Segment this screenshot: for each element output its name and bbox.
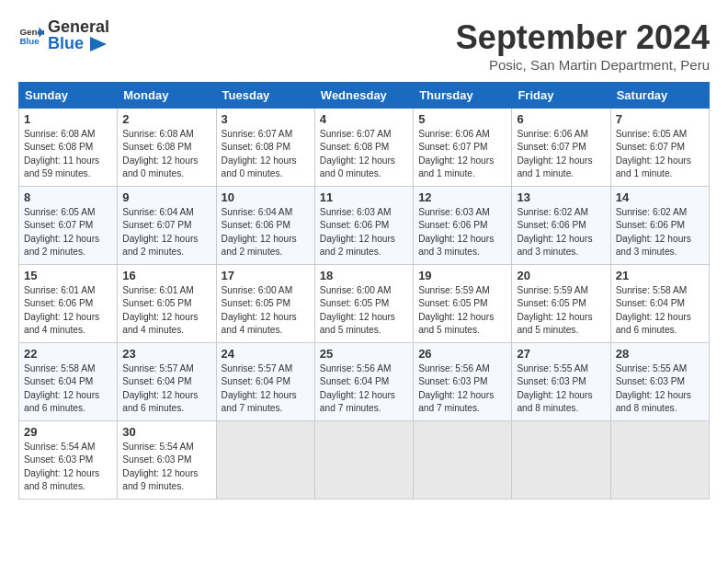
day-number: 22 [24, 347, 112, 361]
calendar-cell: 9Sunrise: 6:04 AM Sunset: 6:07 PM Daylig… [118, 187, 216, 265]
day-number: 6 [517, 112, 605, 126]
calendar-cell: 25Sunrise: 5:56 AM Sunset: 6:04 PM Dayli… [314, 343, 413, 421]
calendar-cell: 21Sunrise: 5:58 AM Sunset: 6:04 PM Dayli… [610, 265, 709, 343]
calendar-cell: 15Sunrise: 6:01 AM Sunset: 6:06 PM Dayli… [19, 265, 118, 343]
day-info: Sunrise: 6:01 AM Sunset: 6:05 PM Dayligh… [122, 284, 210, 337]
dow-header-thursday: Thursday [414, 83, 512, 109]
day-info: Sunrise: 5:56 AM Sunset: 6:03 PM Dayligh… [418, 362, 506, 415]
day-number: 29 [24, 425, 112, 439]
day-info: Sunrise: 5:54 AM Sunset: 6:03 PM Dayligh… [122, 441, 210, 493]
day-number: 28 [616, 347, 704, 361]
day-info: Sunrise: 5:59 AM Sunset: 6:05 PM Dayligh… [418, 284, 506, 337]
day-info: Sunrise: 6:00 AM Sunset: 6:05 PM Dayligh… [222, 284, 310, 337]
title-area: September 2024 Posic, San Martin Departm… [456, 18, 710, 73]
day-info: Sunrise: 6:03 AM Sunset: 6:06 PM Dayligh… [418, 206, 506, 259]
calendar-cell: 18Sunrise: 6:00 AM Sunset: 6:05 PM Dayli… [314, 265, 413, 343]
calendar-cell: 10Sunrise: 6:04 AM Sunset: 6:06 PM Dayli… [216, 187, 314, 265]
day-number: 8 [24, 190, 112, 204]
calendar-cell: 11Sunrise: 6:03 AM Sunset: 6:06 PM Dayli… [314, 187, 413, 265]
day-info: Sunrise: 5:57 AM Sunset: 6:04 PM Dayligh… [222, 362, 310, 415]
calendar-cell [512, 421, 610, 500]
day-number: 19 [418, 269, 506, 282]
week-row-3: 15Sunrise: 6:01 AM Sunset: 6:06 PM Dayli… [19, 265, 710, 343]
day-info: Sunrise: 5:55 AM Sunset: 6:03 PM Dayligh… [616, 362, 704, 415]
calendar-cell [216, 421, 314, 500]
day-info: Sunrise: 6:08 AM Sunset: 6:08 PM Dayligh… [24, 128, 112, 180]
day-info: Sunrise: 5:58 AM Sunset: 6:04 PM Dayligh… [616, 284, 704, 337]
calendar-cell: 28Sunrise: 5:55 AM Sunset: 6:03 PM Dayli… [610, 343, 709, 421]
day-number: 20 [517, 269, 605, 282]
day-info: Sunrise: 6:07 AM Sunset: 6:08 PM Dayligh… [222, 128, 310, 180]
dow-header-saturday: Saturday [610, 83, 709, 109]
logo-arrow-icon [90, 37, 107, 52]
calendar-cell: 16Sunrise: 6:01 AM Sunset: 6:05 PM Dayli… [118, 265, 216, 343]
day-info: Sunrise: 6:02 AM Sunset: 6:06 PM Dayligh… [517, 206, 605, 259]
day-number: 1 [24, 112, 112, 126]
day-number: 13 [517, 190, 605, 204]
day-info: Sunrise: 6:06 AM Sunset: 6:07 PM Dayligh… [418, 128, 506, 180]
calendar-cell [314, 421, 413, 500]
day-number: 30 [122, 425, 210, 439]
calendar-cell: 27Sunrise: 5:55 AM Sunset: 6:03 PM Dayli… [512, 343, 610, 421]
calendar-cell [414, 421, 512, 500]
svg-text:Blue: Blue [19, 36, 40, 46]
dow-header-tuesday: Tuesday [216, 83, 314, 109]
day-info: Sunrise: 6:06 AM Sunset: 6:07 PM Dayligh… [517, 128, 605, 180]
logo: General Blue General Blue [18, 18, 109, 52]
day-number: 23 [122, 347, 210, 361]
day-info: Sunrise: 6:08 AM Sunset: 6:08 PM Dayligh… [122, 128, 210, 180]
day-number: 21 [616, 269, 704, 282]
calendar-cell: 13Sunrise: 6:02 AM Sunset: 6:06 PM Dayli… [512, 187, 610, 265]
day-number: 5 [418, 112, 506, 126]
calendar-cell [610, 421, 709, 500]
day-info: Sunrise: 6:00 AM Sunset: 6:05 PM Dayligh… [320, 284, 408, 337]
dow-header-friday: Friday [512, 83, 610, 109]
dow-header-monday: Monday [118, 83, 216, 109]
day-info: Sunrise: 6:03 AM Sunset: 6:06 PM Dayligh… [320, 206, 408, 259]
day-number: 24 [222, 347, 310, 361]
day-number: 7 [616, 112, 704, 126]
logo-icon: General Blue [18, 22, 44, 48]
day-info: Sunrise: 5:56 AM Sunset: 6:04 PM Dayligh… [320, 362, 408, 415]
dow-header-sunday: Sunday [19, 83, 118, 109]
day-number: 14 [616, 190, 704, 204]
week-row-2: 8Sunrise: 6:05 AM Sunset: 6:07 PM Daylig… [19, 187, 710, 265]
day-number: 4 [320, 112, 408, 126]
calendar-table: SundayMondayTuesdayWednesdayThursdayFrid… [18, 82, 710, 500]
week-row-4: 22Sunrise: 5:58 AM Sunset: 6:04 PM Dayli… [19, 343, 710, 421]
logo-general: General [48, 17, 109, 36]
day-number: 2 [122, 112, 210, 126]
calendar-cell: 14Sunrise: 6:02 AM Sunset: 6:06 PM Dayli… [610, 187, 709, 265]
day-info: Sunrise: 6:01 AM Sunset: 6:06 PM Dayligh… [24, 284, 112, 337]
calendar-cell: 8Sunrise: 6:05 AM Sunset: 6:07 PM Daylig… [19, 187, 118, 265]
month-title: September 2024 [456, 18, 710, 57]
week-row-1: 1Sunrise: 6:08 AM Sunset: 6:08 PM Daylig… [19, 109, 710, 187]
day-info: Sunrise: 5:59 AM Sunset: 6:05 PM Dayligh… [517, 284, 605, 337]
day-number: 25 [320, 347, 408, 361]
days-of-week-row: SundayMondayTuesdayWednesdayThursdayFrid… [19, 83, 710, 109]
calendar-cell: 20Sunrise: 5:59 AM Sunset: 6:05 PM Dayli… [512, 265, 610, 343]
calendar-cell: 7Sunrise: 6:05 AM Sunset: 6:07 PM Daylig… [610, 109, 709, 187]
day-info: Sunrise: 6:05 AM Sunset: 6:07 PM Dayligh… [616, 128, 704, 180]
day-info: Sunrise: 6:02 AM Sunset: 6:06 PM Dayligh… [616, 206, 704, 259]
day-info: Sunrise: 6:04 AM Sunset: 6:07 PM Dayligh… [122, 206, 210, 259]
calendar-cell: 26Sunrise: 5:56 AM Sunset: 6:03 PM Dayli… [414, 343, 512, 421]
calendar-cell: 1Sunrise: 6:08 AM Sunset: 6:08 PM Daylig… [19, 109, 118, 187]
day-number: 26 [418, 347, 506, 361]
day-info: Sunrise: 5:55 AM Sunset: 6:03 PM Dayligh… [517, 362, 605, 415]
day-info: Sunrise: 6:04 AM Sunset: 6:06 PM Dayligh… [222, 206, 310, 259]
day-number: 27 [517, 347, 605, 361]
svg-marker-3 [90, 37, 107, 52]
calendar-cell: 30Sunrise: 5:54 AM Sunset: 6:03 PM Dayli… [118, 421, 216, 500]
calendar-cell: 2Sunrise: 6:08 AM Sunset: 6:08 PM Daylig… [118, 109, 216, 187]
day-info: Sunrise: 5:57 AM Sunset: 6:04 PM Dayligh… [122, 362, 210, 415]
calendar-cell: 5Sunrise: 6:06 AM Sunset: 6:07 PM Daylig… [414, 109, 512, 187]
calendar-body: 1Sunrise: 6:08 AM Sunset: 6:08 PM Daylig… [19, 109, 710, 500]
week-row-5: 29Sunrise: 5:54 AM Sunset: 6:03 PM Dayli… [19, 421, 710, 500]
calendar-cell: 17Sunrise: 6:00 AM Sunset: 6:05 PM Dayli… [216, 265, 314, 343]
day-number: 16 [122, 269, 210, 282]
day-number: 15 [24, 269, 112, 282]
calendar-cell: 22Sunrise: 5:58 AM Sunset: 6:04 PM Dayli… [19, 343, 118, 421]
logo-blue: Blue [48, 34, 84, 52]
day-info: Sunrise: 5:54 AM Sunset: 6:03 PM Dayligh… [24, 441, 112, 493]
